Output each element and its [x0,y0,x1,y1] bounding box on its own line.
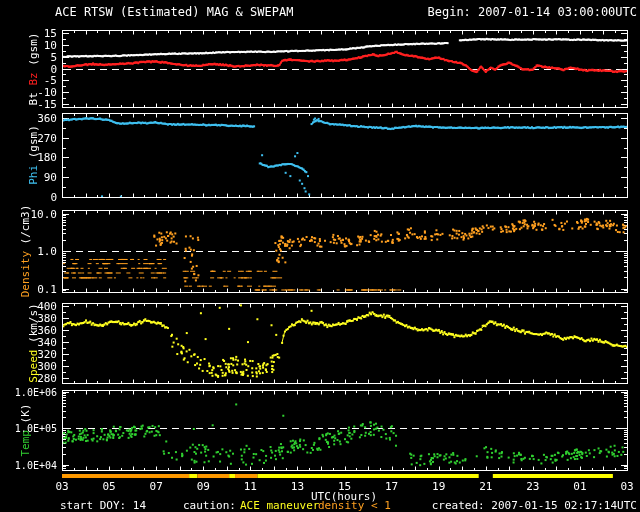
ace-rtsw-plot-page: { "header": { "title": "ACE RTSW (Estima… [0,0,640,512]
start-doy-label: start DOY: 14 [60,499,146,512]
ylabel-part: Temp [19,430,32,457]
panel-ylabel-mag: Bt Bz (gsm) [28,32,39,105]
ylabel-part: Phi [27,165,40,185]
ylabel-part: (K) [19,404,32,431]
ace-maneuver-caution: ACE maneuver [240,499,319,512]
x-tick-label: 07 [145,481,167,492]
density-caution: density < 1 [318,499,391,512]
ylabel-part: Density [19,251,32,297]
ylabel-part: (/cm3) [19,205,32,251]
ylabel-part: (km/s) [27,303,40,349]
panel-ylabel-density: Density (/cm3) [20,205,31,298]
caution-label: caution: [183,499,236,512]
x-tick-label: 05 [98,481,120,492]
panel-ylabel-speed: Speed (km/s) [28,303,39,382]
x-tick-label: 13 [286,481,308,492]
plot-canvas [0,0,640,512]
y-tick-label: 1.0E+06 [0,387,57,398]
x-tick-label: 09 [192,481,214,492]
panel-ylabel-phi: Phi (gsm) [28,125,39,185]
x-tick-label: 17 [381,481,403,492]
x-tick-label: 21 [475,481,497,492]
y-tick-label: 360 [0,113,57,124]
y-tick-label: 1.0E+04 [0,460,57,471]
ylabel-part: Bz [27,72,40,85]
x-tick-label: 01 [569,481,591,492]
ylabel-part: Bt [27,85,40,105]
page-title: ACE RTSW (Estimated) MAG & SWEPAM [55,5,293,19]
x-tick-label: 11 [239,481,261,492]
ylabel-part: (gsm) [27,32,40,72]
x-tick-label: 03 [51,481,73,492]
created-timestamp: created: 2007-01-15 02:17:14UTC [432,499,637,512]
x-tick-label: 19 [428,481,450,492]
x-tick-label: 03 [616,481,638,492]
panel-ylabel-temp: Temp (K) [20,404,31,457]
y-tick-label: 0 [0,192,57,203]
ylabel-part: Speed [27,350,40,383]
begin-timestamp: Begin: 2007-01-14 03:00:00UTC [427,5,637,19]
ylabel-part: (gsm) [27,125,40,165]
x-tick-label: 23 [522,481,544,492]
